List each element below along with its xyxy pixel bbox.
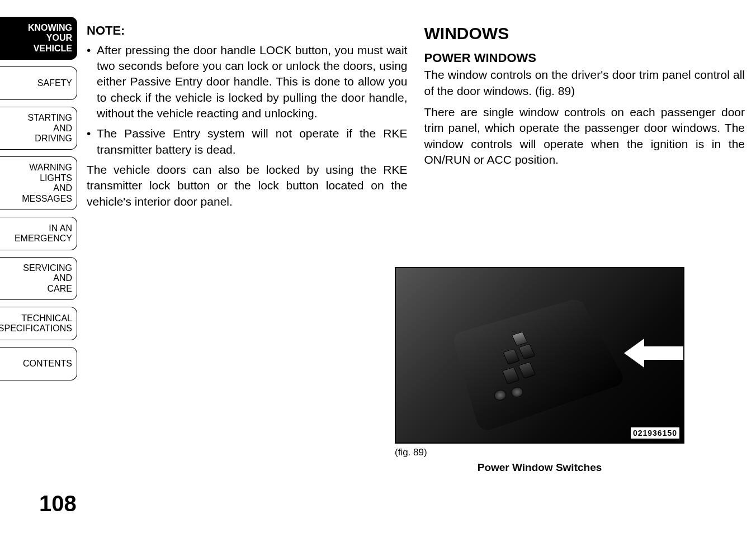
- tab-starting-and-driving[interactable]: STARTING AND DRIVING: [0, 107, 77, 150]
- right-column: WINDOWS POWER WINDOWS The window control…: [424, 22, 745, 210]
- tab-label: SERVICING AND CARE: [23, 263, 72, 294]
- switch-graphic: [502, 367, 520, 384]
- note-bullet: After pressing the door handle LOCK butt…: [87, 42, 408, 122]
- note-bullet: The Passive Entry system will not operat…: [87, 126, 408, 158]
- body-paragraph: There are single window controls on each…: [424, 104, 745, 168]
- tab-safety[interactable]: SAFETY: [0, 66, 77, 100]
- tab-knowing-your-vehicle[interactable]: KNOWING YOUR VEHICLE: [0, 17, 77, 60]
- figure-caption: Power Window Switches: [395, 461, 684, 474]
- section-tabs: KNOWING YOUR VEHICLE SAFETY STARTING AND…: [0, 17, 77, 380]
- tab-label: KNOWING YOUR VEHICLE: [28, 23, 72, 54]
- body-paragraph: The vehicle doors can also be locked by …: [87, 162, 408, 210]
- figure-image-power-window-switches: 021936150: [395, 267, 684, 444]
- switch-graphic: [518, 344, 536, 359]
- note-heading: NOTE:: [87, 22, 408, 39]
- tab-servicing-and-care[interactable]: SERVICING AND CARE: [0, 257, 77, 300]
- switch-graphic: [518, 361, 536, 379]
- figure-89: 021936150 (fig. 89) Power Window Switche…: [395, 267, 684, 474]
- page-number: 108: [39, 491, 77, 516]
- switch-graphic: [503, 349, 519, 365]
- tab-contents[interactable]: CONTENTS: [0, 347, 77, 380]
- figure-id-label: 021936150: [630, 427, 680, 439]
- tab-label: CONTENTS: [23, 359, 72, 369]
- figure-reference: (fig. 89): [395, 447, 684, 458]
- tab-label: SAFETY: [37, 78, 72, 88]
- page-content: NOTE: After pressing the door handle LOC…: [87, 22, 745, 210]
- tab-label: STARTING AND DRIVING: [28, 113, 72, 144]
- tab-technical-specifications[interactable]: TECHNICAL SPECIFICATIONS: [0, 307, 77, 340]
- subsection-heading-power-windows: POWER WINDOWS: [424, 50, 745, 66]
- switch-graphic: [512, 332, 528, 346]
- left-column: NOTE: After pressing the door handle LOC…: [87, 22, 408, 210]
- tab-label: IN AN EMERGENCY: [15, 223, 72, 244]
- section-heading-windows: WINDOWS: [424, 22, 745, 45]
- body-paragraph: The window controls on the driver's door…: [424, 67, 745, 99]
- tab-in-an-emergency[interactable]: IN AN EMERGENCY: [0, 217, 77, 250]
- tab-warning-lights-and-messages[interactable]: WARNING LIGHTS AND MESSAGES: [0, 156, 77, 210]
- tab-label: TECHNICAL SPECIFICATIONS: [0, 313, 72, 334]
- note-bullet-list: After pressing the door handle LOCK butt…: [87, 42, 408, 158]
- tab-label: WARNING LIGHTS AND MESSAGES: [22, 163, 72, 204]
- switch-graphic: [509, 386, 525, 399]
